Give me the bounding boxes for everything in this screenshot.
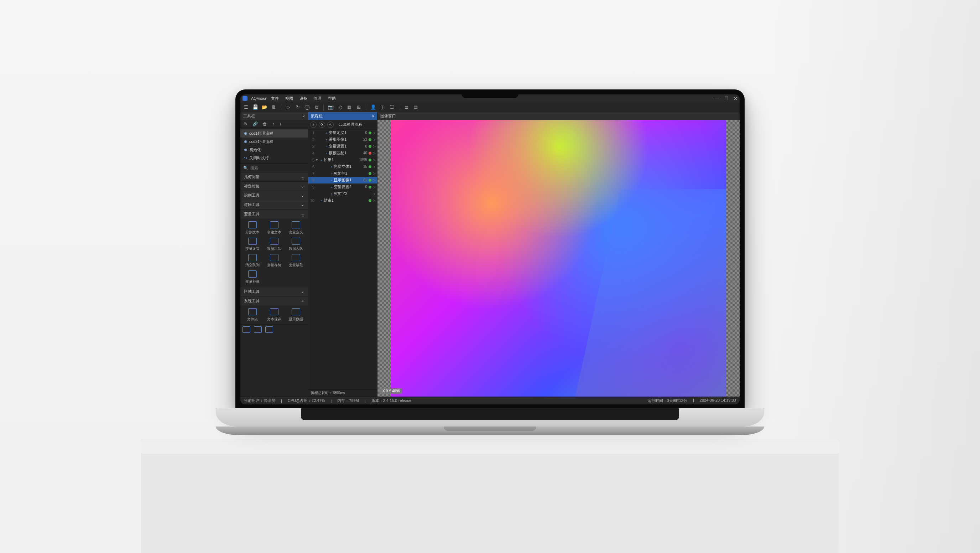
user-icon[interactable]: 👤 xyxy=(370,104,377,111)
window-close-button[interactable]: ✕ xyxy=(733,96,738,101)
monitor-icon[interactable]: 🖵 xyxy=(388,104,395,111)
node-play-icon[interactable]: ▷ xyxy=(373,151,376,155)
tree-row[interactable]: ▫AI文字2▷ xyxy=(308,190,377,197)
process-item[interactable]: ⊕ ccd2处理流程 xyxy=(240,137,308,146)
cursor-icon[interactable]: ↖ xyxy=(327,121,334,128)
screenshot-icon[interactable]: ⧉ xyxy=(313,104,320,111)
tree-row[interactable]: 6▫光度立体115▷ xyxy=(308,163,377,170)
tool-label: 变量存储 xyxy=(267,263,281,268)
folder-open-icon[interactable]: 📂 xyxy=(261,104,268,111)
tool-item[interactable]: 文本保存 xyxy=(264,308,285,322)
process-item[interactable]: ⊕ ccd1处理流程 xyxy=(240,129,308,137)
tree-row[interactable]: 3▫变量设置10▷ xyxy=(308,143,377,150)
cube-icon[interactable]: ◫ xyxy=(379,104,386,111)
app-logo-icon xyxy=(242,96,248,101)
tool-item[interactable]: 变量补值 xyxy=(242,271,263,284)
document-icon[interactable]: 🗎 xyxy=(270,104,277,111)
play-once-icon[interactable]: ▷ xyxy=(310,121,317,128)
camera-icon[interactable]: 📷 xyxy=(327,104,334,111)
menu-device[interactable]: 设备 xyxy=(299,96,307,101)
tree-row[interactable]: 9▫变量设置20▷ xyxy=(308,183,377,190)
tree-row[interactable]: 7▫AI文字1▷ xyxy=(308,170,377,177)
node-play-icon[interactable]: ▷ xyxy=(373,137,376,142)
run-once-icon[interactable]: ↻ xyxy=(294,104,301,111)
menu-file[interactable]: 文件 xyxy=(271,96,279,101)
layout-icon[interactable]: ⊞ xyxy=(355,104,362,111)
log-icon[interactable]: ≣ xyxy=(403,104,410,111)
tree-row[interactable]: 4▫模板匹配140▷ xyxy=(308,150,377,156)
process-item[interactable]: ⊕ 初始化 xyxy=(240,146,308,154)
menu-manage[interactable]: 管理 xyxy=(314,96,321,101)
close-icon[interactable]: × xyxy=(372,114,374,118)
node-play-icon[interactable]: ▷ xyxy=(373,144,376,148)
node-play-icon[interactable]: ▷ xyxy=(373,198,376,202)
image-viewer[interactable]: X 0 Y 4096 xyxy=(377,120,740,397)
trash-icon[interactable]: 🗑 xyxy=(263,121,267,126)
tool-item[interactable]: 变量设置 xyxy=(242,237,263,251)
category-header[interactable]: 识别工具 ⌄ xyxy=(240,191,308,200)
category-body: 文件夹 文本保存 显示数据 xyxy=(240,305,308,325)
tool-item[interactable]: 数据出队 xyxy=(264,237,285,251)
tool-item[interactable]: 分割文本 xyxy=(242,221,263,235)
category-header[interactable]: 几何测量 ⌄ xyxy=(240,172,308,182)
target-icon[interactable]: ◎ xyxy=(337,104,344,111)
close-icon[interactable]: × xyxy=(303,114,305,118)
menu-icon[interactable]: ☰ xyxy=(242,104,250,111)
status-dot-icon xyxy=(369,159,371,161)
line-number: 4 xyxy=(309,151,315,155)
stop-icon[interactable]: ◯ xyxy=(304,104,310,111)
image-canvas[interactable] xyxy=(391,120,726,397)
tool-item[interactable]: 显示数据 xyxy=(285,308,306,322)
node-play-icon[interactable]: ▷ xyxy=(373,158,376,162)
tree-row[interactable]: 5▾▫如果11895▷ xyxy=(308,156,377,163)
tool-item[interactable]: 创建文本 xyxy=(264,221,285,235)
node-play-icon[interactable]: ▷ xyxy=(373,178,376,182)
search-input[interactable]: 搜索 xyxy=(250,165,258,171)
checker-gutter-left xyxy=(377,120,391,397)
table-icon[interactable]: ▤ xyxy=(412,104,419,111)
bottom-icon[interactable] xyxy=(254,327,262,333)
window-maximize-button[interactable]: ☐ xyxy=(724,96,729,101)
up-arrow-icon[interactable]: ↑ xyxy=(272,121,274,126)
node-play-icon[interactable]: ▷ xyxy=(373,192,376,196)
menu-help[interactable]: 帮助 xyxy=(328,96,336,101)
bottom-icon[interactable] xyxy=(242,327,250,333)
tool-label: 显示数据 xyxy=(289,317,303,322)
node-play-icon[interactable]: ▷ xyxy=(373,131,376,135)
tool-item[interactable]: 变量定义 xyxy=(285,221,306,235)
category-header[interactable]: 逻辑工具 ⌄ xyxy=(240,200,308,209)
tree-row[interactable]: 10▫结束1▷ xyxy=(308,197,377,204)
tool-label: 数据入队 xyxy=(289,246,303,251)
tool-item[interactable]: 变量读取 xyxy=(285,254,306,268)
node-play-icon[interactable]: ▷ xyxy=(373,171,376,175)
tool-item[interactable]: 变量存储 xyxy=(264,254,285,268)
tree-row[interactable]: 8▫显示图像181▷ xyxy=(308,177,377,183)
play-icon[interactable]: ▷ xyxy=(285,104,292,111)
tree-row[interactable]: 2▫采集图像123▷ xyxy=(308,136,377,143)
left-panel-tab: 工具栏 × xyxy=(240,112,308,120)
category-header[interactable]: 标定对位 ⌄ xyxy=(240,182,308,191)
tool-item[interactable]: 清空队列 xyxy=(242,254,263,268)
bottom-icon[interactable] xyxy=(265,327,273,333)
category-header[interactable]: 区域工具 ⌄ xyxy=(240,287,308,296)
process-icon: ⊕ xyxy=(244,148,247,152)
tree-node-label: ▫模板匹配1 xyxy=(321,150,362,156)
link-icon[interactable]: 🔗 xyxy=(253,121,258,126)
grid-icon[interactable]: ▦ xyxy=(346,104,353,111)
menu-view[interactable]: 视图 xyxy=(285,96,293,101)
save-icon[interactable]: 💾 xyxy=(252,104,259,111)
category-header-variable[interactable]: 变量工具 ⌄ xyxy=(240,209,308,218)
process-label: ccd1处理流程 xyxy=(249,131,273,136)
status-clock: 2024-06-28 14:19:03 xyxy=(700,398,736,403)
loop-icon[interactable]: ⟳ xyxy=(319,121,325,128)
tree-row[interactable]: 1▫变量定义10▷ xyxy=(308,129,377,136)
node-play-icon[interactable]: ▷ xyxy=(373,165,376,169)
category-header-system[interactable]: 系统工具 ⌄ xyxy=(240,296,308,305)
process-item[interactable]: ↪ 关闭时执行 xyxy=(240,154,308,162)
refresh-icon[interactable]: ↻ xyxy=(244,121,248,126)
tool-item[interactable]: 文件夹 xyxy=(242,308,263,322)
window-minimize-button[interactable]: — xyxy=(715,96,719,101)
tool-item[interactable]: 数据入队 xyxy=(285,237,306,251)
down-arrow-icon[interactable]: ↓ xyxy=(279,121,281,126)
node-play-icon[interactable]: ▷ xyxy=(373,185,376,189)
